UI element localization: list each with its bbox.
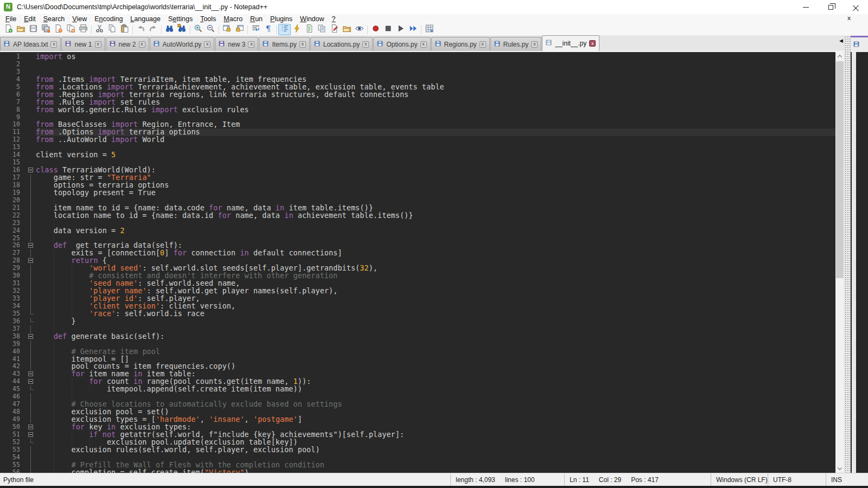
second-view-tab[interactable]: [851, 36, 868, 52]
menu-edit[interactable]: Edit: [20, 15, 40, 23]
code-text[interactable]: location_name_to_id = {name: data.id for…: [36, 212, 835, 220]
fold-margin[interactable]: [25, 370, 36, 378]
macro-record-button[interactable]: [369, 24, 382, 35]
fold-margin[interactable]: [25, 159, 36, 166]
code-text[interactable]: # Generate item pool: [36, 348, 835, 356]
code-text[interactable]: [36, 393, 835, 401]
code-text[interactable]: itempool = []: [36, 356, 835, 363]
fold-margin[interactable]: [25, 151, 36, 159]
fold-margin[interactable]: [25, 431, 36, 439]
fold-margin[interactable]: [25, 416, 36, 423]
restore-button[interactable]: [818, 0, 843, 14]
fold-margin[interactable]: [25, 439, 36, 446]
open-file-button[interactable]: [15, 24, 27, 35]
word-wrap-button[interactable]: [250, 24, 262, 35]
code-editor[interactable]: 1import os234from .Items import Terraria…: [0, 52, 835, 473]
sync-scroll-vertical-button[interactable]: [221, 24, 233, 35]
code-text[interactable]: import os: [36, 53, 835, 61]
fold-collapse-marker[interactable]: [28, 432, 33, 437]
fold-collapse-marker[interactable]: [28, 371, 33, 376]
fold-collapse-marker[interactable]: [28, 243, 33, 248]
menu-help[interactable]: ?: [328, 15, 340, 23]
edit-marker-button[interactable]: [328, 24, 341, 35]
code-text[interactable]: 'world_seed': self.world.slot_seeds[self…: [36, 265, 835, 272]
tab-__init__-py[interactable]: __init__.pyx: [542, 35, 599, 51]
paste-button[interactable]: [118, 24, 131, 35]
fold-margin[interactable]: [25, 386, 36, 393]
tab-close-icon[interactable]: x: [362, 41, 369, 48]
fold-margin[interactable]: [25, 220, 36, 227]
fold-margin[interactable]: [25, 129, 36, 136]
fold-margin[interactable]: [25, 144, 36, 151]
code-text[interactable]: def _get_terraria_data(self):: [36, 242, 835, 249]
code-text[interactable]: [36, 61, 835, 68]
tab-close-icon[interactable]: x: [299, 41, 306, 48]
fold-margin[interactable]: [25, 61, 36, 68]
fold-margin[interactable]: [25, 68, 36, 76]
fold-margin[interactable]: [25, 272, 36, 280]
tab-close-icon[interactable]: x: [204, 41, 210, 48]
code-text[interactable]: [36, 235, 835, 242]
code-text[interactable]: [36, 341, 835, 348]
code-text[interactable]: 'client_version': client_version,: [36, 303, 835, 310]
code-text[interactable]: item_name_to_id = {name: data.code for n…: [36, 204, 835, 212]
code-text[interactable]: exclusion_pool = set(): [36, 408, 835, 416]
fold-collapse-marker[interactable]: [28, 334, 33, 339]
fold-margin[interactable]: [25, 227, 36, 235]
menu-search[interactable]: Search: [40, 15, 69, 23]
tab-close-icon[interactable]: x: [531, 41, 538, 48]
code-text[interactable]: from BaseClasses import Region, Entrance…: [36, 121, 835, 129]
tab-new-2[interactable]: new 2x: [106, 37, 149, 51]
menu-window[interactable]: Window: [296, 15, 328, 23]
tab-close-icon[interactable]: x: [50, 41, 57, 48]
fold-margin[interactable]: [25, 174, 36, 182]
minimize-button[interactable]: [793, 0, 818, 14]
function-list-button[interactable]: [291, 24, 303, 35]
fold-collapse-marker[interactable]: [28, 168, 33, 172]
scrollbar-thumb[interactable]: [836, 61, 844, 278]
fold-margin[interactable]: [25, 378, 36, 386]
code-text[interactable]: from ..AutoWorld import World: [36, 136, 835, 144]
tab-autoworld-py[interactable]: AutoWorld.pyx: [150, 37, 215, 51]
code-text[interactable]: from .Rules import set_rules: [36, 99, 835, 106]
close-button[interactable]: [52, 24, 65, 35]
code-text[interactable]: [36, 197, 835, 204]
save-all-button[interactable]: [40, 24, 52, 35]
show-all-characters-button[interactable]: ¶: [262, 24, 275, 35]
menu-encoding[interactable]: Encoding: [91, 15, 126, 23]
tab-close-icon[interactable]: x: [139, 41, 145, 48]
fold-margin[interactable]: [25, 446, 36, 454]
code-text[interactable]: pool_counts = item_frequencies.copy(): [36, 363, 835, 370]
fold-margin[interactable]: [25, 454, 36, 461]
zoom-out-button[interactable]: [205, 24, 217, 35]
code-text[interactable]: data_version = 2: [36, 227, 835, 235]
tab-rules-py[interactable]: Rules.pyx: [490, 37, 542, 51]
scroll-up-button[interactable]: [835, 52, 844, 61]
vertical-scrollbar[interactable]: [835, 52, 844, 473]
fold-margin[interactable]: [25, 356, 36, 363]
fold-margin[interactable]: [25, 166, 36, 174]
code-text[interactable]: exclusion_rules(self.world, self.player,…: [36, 446, 835, 454]
replace-button[interactable]: [176, 24, 188, 35]
fold-margin[interactable]: [25, 76, 36, 84]
menu-plugins[interactable]: Plugins: [266, 15, 296, 23]
code-text[interactable]: from .Options import terraria_options: [36, 129, 835, 136]
fold-margin[interactable]: [25, 182, 36, 189]
fold-margin[interactable]: [25, 461, 36, 469]
tab-close-icon[interactable]: x: [95, 41, 101, 48]
fold-margin[interactable]: [25, 235, 36, 242]
tab-items-py[interactable]: Items.pyx: [259, 37, 309, 51]
code-text[interactable]: [36, 220, 835, 227]
code-text[interactable]: # consistent and doesn't interfere with …: [36, 272, 835, 280]
undo-button[interactable]: [135, 24, 147, 35]
code-text[interactable]: topology_present = True: [36, 189, 835, 197]
code-text[interactable]: options = terraria_options: [36, 182, 835, 189]
code-text[interactable]: def generate_basic(self):: [36, 333, 835, 341]
tab-new-1[interactable]: new 1x: [61, 37, 105, 51]
fold-margin[interactable]: [25, 348, 36, 356]
tab-regions-py[interactable]: Regions.pyx: [431, 37, 490, 51]
code-text[interactable]: from .Regions import terraria_regions, l…: [36, 91, 835, 99]
fold-margin[interactable]: [25, 325, 36, 333]
fold-margin[interactable]: [25, 310, 36, 318]
code-text[interactable]: [36, 159, 835, 166]
